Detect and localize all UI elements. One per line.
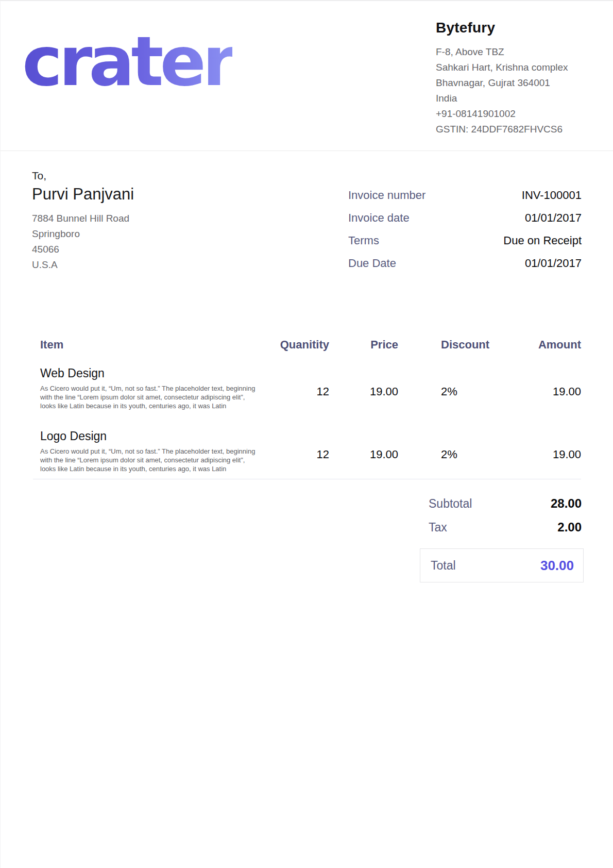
bill-to-section: To, Purvi Panjvani 7884 Bunnel Hill Road…	[32, 170, 248, 273]
column-header-price: Price	[329, 337, 398, 353]
invoice-meta: Invoice number INV-100001 Invoice date 0…	[348, 188, 582, 278]
grand-total-box: Total 30.00	[420, 548, 584, 582]
items-table: Item Quanitity Price Discount Amount Web…	[33, 337, 581, 479]
item-discount: 2%	[441, 429, 500, 473]
cell-spacer	[398, 366, 441, 410]
tax-label: Tax	[429, 520, 447, 535]
item-amount: 19.00	[500, 429, 581, 473]
terms-label: Terms	[348, 233, 379, 248]
column-header-quantity: Quanitity	[260, 337, 329, 353]
company-address-line: Bhavnagar, Gujrat 364001	[436, 75, 595, 91]
column-header-amount: Amount	[500, 337, 581, 353]
item-name: Logo Design	[40, 429, 260, 443]
company-info: Bytefury F-8, Above TBZ Sahkari Hart, Kr…	[436, 20, 595, 137]
item-quantity: 12	[260, 366, 329, 410]
invoice-date-value: 01/01/2017	[525, 210, 582, 226]
due-date-value: 01/01/2017	[525, 256, 582, 271]
item-amount: 19.00	[500, 366, 581, 410]
invoice-number-value: INV-100001	[522, 188, 582, 203]
terms-row: Terms Due on Receipt	[348, 233, 582, 248]
total-value: 30.00	[540, 558, 574, 574]
subtotal-row: Subtotal 28.00	[429, 496, 582, 511]
column-spacer	[398, 337, 441, 353]
terms-value: Due on Receipt	[503, 233, 582, 248]
column-header-discount: Discount	[441, 337, 500, 353]
totals-summary: Subtotal 28.00 Tax 2.00	[429, 496, 582, 543]
due-date-label: Due Date	[348, 256, 396, 271]
item-discount: 2%	[441, 366, 500, 410]
customer-address-line: U.S.A	[32, 257, 248, 273]
cell-spacer	[398, 429, 441, 473]
column-header-item: Item	[33, 337, 260, 353]
table-row: Web Design As Cicero would put it, “Um, …	[33, 366, 581, 410]
subtotal-label: Subtotal	[429, 496, 472, 511]
item-name: Web Design	[40, 366, 260, 380]
company-address-line: India	[436, 91, 595, 106]
total-label: Total	[431, 559, 456, 573]
company-gstin: GSTIN: 24DDF7682FHVCS6	[436, 122, 595, 137]
company-name: Bytefury	[436, 20, 595, 36]
invoice-page: crater Bytefury F-8, Above TBZ Sahkari H…	[0, 0, 613, 868]
customer-address-line: 7884 Bunnel Hill Road	[32, 211, 248, 226]
customer-address-line: Springboro	[32, 226, 248, 242]
bill-to-label: To,	[32, 170, 248, 182]
customer-name: Purvi Panjvani	[32, 185, 248, 204]
due-date-row: Due Date 01/01/2017	[348, 256, 582, 271]
company-phone: +91-08141901002	[436, 106, 595, 122]
items-table-header: Item Quanitity Price Discount Amount	[33, 337, 581, 353]
company-address-line: Sahkari Hart, Krishna complex	[436, 60, 595, 75]
item-description: As Cicero would put it, “Um, not so fast…	[40, 447, 260, 473]
tax-row: Tax 2.00	[429, 520, 582, 535]
item-quantity: 12	[260, 429, 329, 473]
invoice-number-row: Invoice number INV-100001	[348, 188, 582, 203]
invoice-date-label: Invoice date	[348, 210, 410, 226]
crater-logo: crater	[22, 21, 232, 102]
customer-address-line: 45066	[32, 242, 248, 257]
item-description: As Cicero would put it, “Um, not so fast…	[40, 384, 260, 410]
table-row: Logo Design As Cicero would put it, “Um,…	[33, 429, 581, 473]
company-address-line: F-8, Above TBZ	[436, 44, 595, 60]
item-price: 19.00	[329, 366, 398, 410]
invoice-number-label: Invoice number	[348, 188, 425, 203]
tax-value: 2.00	[557, 520, 582, 535]
item-price: 19.00	[329, 429, 398, 473]
item-cell: Web Design As Cicero would put it, “Um, …	[33, 366, 260, 410]
invoice-header: crater Bytefury F-8, Above TBZ Sahkari H…	[1, 1, 613, 151]
subtotal-value: 28.00	[551, 496, 582, 511]
item-cell: Logo Design As Cicero would put it, “Um,…	[33, 429, 260, 473]
invoice-date-row: Invoice date 01/01/2017	[348, 210, 582, 226]
